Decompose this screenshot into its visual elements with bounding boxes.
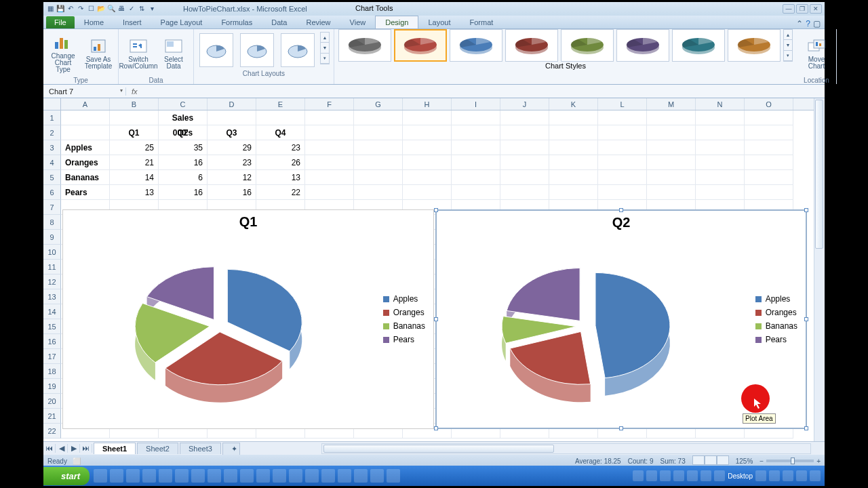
col-header[interactable]: A — [61, 98, 110, 110]
ql-icon[interactable] — [126, 469, 140, 483]
row-header[interactable]: 1 — [43, 110, 61, 125]
layout-scroll[interactable]: ▲▼▾ — [320, 32, 330, 64]
ql-icon[interactable] — [273, 469, 286, 483]
col-header[interactable]: O — [745, 98, 793, 110]
spell-icon[interactable]: ✓ — [127, 5, 136, 13]
cell[interactable] — [745, 125, 793, 140]
chart-q2-pie[interactable] — [484, 245, 688, 421]
cell[interactable] — [696, 155, 745, 170]
cell[interactable] — [452, 140, 500, 155]
tab-page-layout[interactable]: Page Layout — [151, 16, 212, 28]
legend-item[interactable]: Pears — [755, 335, 797, 344]
cell[interactable] — [110, 110, 159, 125]
cell[interactable]: 16 — [159, 155, 208, 170]
cell[interactable]: 16 — [208, 185, 256, 200]
macro-rec-icon[interactable]: ⬜ — [73, 458, 81, 465]
cell[interactable] — [305, 170, 354, 185]
excel-icon[interactable]: ▦ — [46, 5, 54, 13]
cell[interactable] — [403, 155, 452, 170]
minimize-icon[interactable]: — — [783, 4, 795, 14]
namebox-dropdown-icon[interactable]: ▾ — [120, 87, 123, 94]
tab-review[interactable]: Review — [296, 16, 340, 28]
cell[interactable] — [452, 185, 500, 200]
qat-more-icon[interactable]: ▾ — [148, 5, 156, 13]
tray-icon[interactable] — [810, 470, 821, 481]
cell[interactable] — [354, 110, 403, 125]
cell[interactable] — [696, 125, 745, 140]
vertical-scrollbar[interactable] — [814, 98, 825, 441]
undo-icon[interactable]: ↶ — [66, 5, 75, 13]
cell[interactable] — [598, 155, 647, 170]
cell[interactable]: 35 — [159, 140, 208, 155]
ql-icon[interactable] — [224, 469, 237, 483]
legend-item[interactable]: Apples — [383, 294, 425, 304]
cell[interactable] — [598, 110, 647, 125]
cell[interactable] — [452, 125, 500, 140]
tab-home[interactable]: Home — [75, 16, 113, 28]
tray-icon[interactable] — [796, 470, 807, 481]
ql-icon[interactable] — [175, 469, 189, 483]
chart-style-option[interactable] — [616, 29, 669, 62]
cell[interactable] — [549, 185, 598, 200]
ql-icon[interactable] — [256, 469, 270, 483]
col-header[interactable]: I — [452, 98, 500, 110]
cell[interactable]: Oranges — [61, 155, 110, 170]
cell[interactable] — [354, 170, 403, 185]
cell[interactable]: Q4 — [256, 125, 305, 140]
cell[interactable] — [598, 170, 647, 185]
row-header[interactable]: 21 — [43, 409, 61, 424]
cell[interactable] — [354, 140, 403, 155]
chart-layout-option[interactable] — [199, 33, 233, 67]
chart-style-option[interactable] — [672, 29, 725, 62]
cell[interactable]: 13 — [110, 185, 159, 200]
chart-style-option[interactable] — [338, 29, 391, 62]
col-header[interactable]: M — [647, 98, 696, 110]
cell[interactable] — [452, 170, 500, 185]
cell[interactable] — [452, 110, 500, 125]
chart-style-option[interactable] — [394, 29, 447, 62]
new-icon[interactable]: ☐ — [87, 5, 95, 13]
cell[interactable] — [598, 125, 647, 140]
ql-icon[interactable] — [354, 469, 368, 483]
cell[interactable] — [403, 140, 452, 155]
col-header[interactable]: H — [403, 98, 452, 110]
formula-input[interactable] — [143, 87, 825, 96]
cell[interactable] — [208, 110, 256, 125]
cell[interactable] — [354, 125, 403, 140]
ql-icon[interactable] — [191, 469, 205, 483]
chart-style-option[interactable] — [728, 29, 781, 62]
ql-icon[interactable] — [159, 469, 172, 483]
sort-icon[interactable]: ⇅ — [138, 5, 146, 13]
horizontal-scrollbar[interactable] — [321, 443, 811, 454]
chart-q1-legend[interactable]: ApplesOrangesBananasPears — [383, 290, 425, 348]
row-header[interactable]: 4 — [43, 155, 61, 170]
change-chart-type-button[interactable]: Change Chart Type — [47, 32, 79, 75]
col-header[interactable]: F — [305, 98, 354, 110]
row-header[interactable]: 11 — [43, 260, 61, 274]
row-header[interactable]: 14 — [43, 304, 61, 319]
row-header[interactable]: 16 — [43, 334, 61, 349]
cell[interactable]: 29 — [208, 140, 256, 155]
row-header[interactable]: 5 — [43, 170, 61, 185]
save-as-template-button[interactable]: Save As Template — [83, 32, 114, 75]
row-header[interactable]: 17 — [43, 349, 61, 364]
move-chart-button[interactable]: Move Chart — [801, 32, 832, 75]
tray-icon[interactable] — [687, 470, 698, 481]
fx-icon[interactable]: fx — [126, 87, 143, 96]
cell[interactable] — [305, 140, 354, 155]
col-header[interactable]: C — [159, 98, 208, 110]
cell[interactable] — [647, 110, 696, 125]
cell[interactable] — [696, 170, 745, 185]
tray-icon[interactable] — [755, 470, 766, 481]
close-icon[interactable]: ✕ — [810, 4, 822, 14]
cell[interactable]: 13 — [256, 170, 305, 185]
cell[interactable] — [500, 110, 549, 125]
col-header[interactable]: D — [208, 98, 256, 110]
sheet-nav-last-icon[interactable]: ⏭ — [80, 444, 92, 453]
cell[interactable]: 23 — [208, 155, 256, 170]
cell[interactable] — [745, 170, 793, 185]
row-header[interactable]: 6 — [43, 185, 61, 200]
cell[interactable]: Q2 — [159, 125, 208, 140]
cell[interactable] — [745, 155, 793, 170]
row-header[interactable]: 12 — [43, 274, 61, 289]
